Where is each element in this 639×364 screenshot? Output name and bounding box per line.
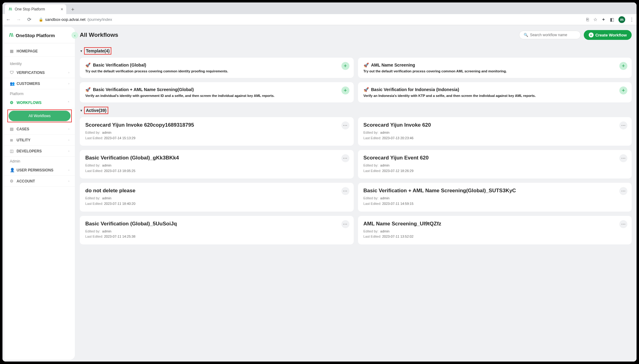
workflow-title: Basic Verification (Global)_5UuSoiJq — [85, 221, 348, 227]
chevron-right-icon: › — [68, 82, 69, 85]
workflow-title: Basic Verification + AML Name Screening(… — [364, 188, 626, 194]
workflow-more-button[interactable]: ⋯ — [341, 187, 349, 195]
workflow-card[interactable]: do not delete please Edited by: admin La… — [80, 183, 354, 211]
add-template-button[interactable]: + — [619, 86, 627, 94]
template-card[interactable]: 🚀 Basic Verification (Global) Try out th… — [80, 58, 354, 78]
chevron-right-icon: › — [68, 127, 69, 131]
sidebar: /\\ OneStop Platform ‹ ▦ HOMEPAGE Identi… — [4, 27, 75, 360]
tab-favicon-icon: /\\ — [8, 7, 13, 12]
workflow-card[interactable]: AML Name Screening_UI9tQZfz Edited by: a… — [358, 216, 632, 244]
workflow-more-button[interactable]: ⋯ — [341, 220, 349, 228]
browser-tab-strip: /\\ One Stop Platform × + — [2, 2, 637, 14]
reload-icon[interactable]: ⟳ — [26, 17, 33, 22]
new-tab-button[interactable]: + — [69, 5, 77, 14]
list-icon: ▤ — [10, 127, 14, 131]
workflow-more-button[interactable]: ⋯ — [619, 121, 627, 129]
sidepanel-icon[interactable]: ◧ — [610, 17, 614, 22]
tab-title: One Stop Platform — [15, 7, 59, 11]
profile-avatar[interactable]: m — [618, 16, 625, 23]
workflow-last-edited: Last Edited: 2023-07-11 18:40:20 — [85, 201, 348, 207]
nav-workflows[interactable]: ⚙ WORKFLOWS ˄ — [4, 97, 75, 108]
workflow-card[interactable]: Scorecard Yijun Invoke 620copy1689318795… — [80, 117, 354, 146]
search-box[interactable]: 🔍 — [519, 31, 581, 39]
nav-verifications[interactable]: 🛡 VERIFICATIONS › — [4, 67, 75, 78]
workflow-edited-by: Edited by: admin — [364, 163, 626, 168]
url-path: /journey/index — [87, 17, 112, 22]
workflow-card[interactable]: Basic Verification (Global)_gKk3BKk4 Edi… — [80, 150, 354, 178]
plus-icon: + — [589, 33, 594, 37]
search-input[interactable] — [530, 33, 576, 37]
shield-icon: 🛡 — [10, 70, 14, 75]
nav-account[interactable]: ⚙ ACCOUNT › — [4, 176, 75, 187]
forward-icon[interactable]: → — [15, 17, 22, 22]
nav-all-workflows[interactable]: All Workflows — [9, 111, 71, 121]
template-description: Try out the default verification process… — [85, 69, 348, 73]
star-icon[interactable]: ☆ — [593, 17, 597, 22]
template-title: AML Name Screening — [371, 63, 415, 67]
back-icon[interactable]: ← — [5, 17, 12, 22]
workflow-title: Scorecard Yijun Invoke 620copy1689318795 — [85, 122, 348, 128]
add-template-button[interactable]: + — [341, 62, 349, 70]
lines-icon: ≣ — [10, 138, 14, 142]
rocket-icon: 🚀 — [85, 63, 90, 67]
workflow-card[interactable]: Scorecard Yijun Invoke 620 Edited by: ad… — [358, 117, 632, 146]
workflow-card[interactable]: Basic Verification (Global)_5UuSoiJq Edi… — [80, 216, 354, 244]
collapse-sidebar-button[interactable]: ‹ — [71, 32, 78, 39]
section-label-identity: Identity — [4, 59, 75, 67]
template-card[interactable]: 🚀 Basic Verification + AML Name Screenin… — [80, 82, 354, 102]
template-card[interactable]: 🚀 AML Name Screening Try out the default… — [358, 58, 632, 78]
nav-label: WORKFLOWS — [17, 101, 41, 105]
browser-tab[interactable]: /\\ One Stop Platform × — [5, 4, 66, 14]
workflow-more-button[interactable]: ⋯ — [341, 121, 349, 129]
workflow-edited-by: Edited by: admin — [85, 229, 348, 234]
close-icon[interactable]: × — [61, 7, 63, 12]
workflow-more-button[interactable]: ⋯ — [619, 154, 627, 162]
extensions-icon[interactable]: ✦ — [602, 17, 606, 22]
workflow-card[interactable]: Scorecard Yijun Event 620 Edited by: adm… — [358, 150, 632, 178]
workflow-last-edited: Last Edited: 2023-07-12 18:26:29 — [364, 168, 626, 174]
workflow-edited-by: Edited by: admin — [85, 130, 348, 136]
rocket-icon: 🚀 — [85, 87, 90, 92]
workflow-card[interactable]: Basic Verification + AML Name Screening(… — [358, 183, 632, 211]
nav-homepage[interactable]: ▦ HOMEPAGE — [4, 46, 75, 57]
nav-utility[interactable]: ≣ UTILITY › — [4, 135, 75, 146]
nav-customers[interactable]: 👥 CUSTOMERS › — [4, 78, 75, 89]
workflow-title: Basic Verification (Global)_gKk3BKk4 — [85, 155, 348, 161]
search-icon: 🔍 — [524, 33, 528, 37]
section-label-admin: Admin — [4, 157, 75, 165]
workflow-edited-by: Edited by: admin — [85, 196, 348, 201]
nav-label: USER PERMISSIONS — [17, 168, 53, 172]
workflow-last-edited: Last Edited: 2023-07-11 13:52:02 — [364, 234, 626, 239]
gear-icon: ⚙ — [10, 179, 14, 183]
active-section-header[interactable]: ▼ Active(39) — [80, 107, 632, 114]
workflow-edited-by: Edited by: admin — [364, 229, 626, 234]
template-title: Basic Verification for Indonesia (Indone… — [371, 87, 459, 92]
template-card[interactable]: 🚀 Basic Verification for Indonesia (Indo… — [358, 82, 632, 102]
template-description: Verify an Indonesia's identity with KTP … — [364, 94, 626, 98]
nav-developers[interactable]: ◫ DEVELOPERS › — [4, 146, 75, 157]
main-content: All Workflows 🔍 + Create Workflow ▼ Temp… — [75, 25, 637, 362]
workflow-title: AML Name Screening_UI9tQZfz — [364, 221, 626, 227]
url-bar[interactable]: 🔒 sandbox-oop.advai.net/journey/index — [36, 17, 583, 22]
workflow-title: Scorecard Yijun Event 620 — [364, 155, 626, 161]
create-workflow-button[interactable]: + Create Workflow — [584, 30, 632, 40]
nav-cases[interactable]: ▤ CASES › — [4, 124, 75, 135]
install-icon[interactable]: ⎘ — [586, 17, 589, 22]
workflow-more-button[interactable]: ⋯ — [341, 154, 349, 162]
template-section-header[interactable]: ▼ Template(4) — [80, 47, 632, 55]
url-domain: sandbox-oop.advai.net — [45, 17, 86, 22]
nav-label: HOMEPAGE — [17, 49, 38, 53]
add-template-button[interactable]: + — [619, 62, 627, 70]
menu-icon[interactable]: ⋮ — [629, 17, 634, 22]
nav-label: CUSTOMERS — [17, 82, 40, 86]
workflow-edited-by: Edited by: admin — [364, 196, 626, 201]
rocket-icon: 🚀 — [364, 63, 369, 67]
chevron-right-icon: › — [68, 149, 69, 153]
workflow-more-button[interactable]: ⋯ — [619, 187, 627, 195]
add-template-button[interactable]: + — [341, 86, 349, 94]
template-header-label: Template(4) — [84, 47, 112, 55]
active-header-label: Active(39) — [84, 107, 108, 114]
nav-user-permissions[interactable]: 👤 USER PERMISSIONS › — [4, 165, 75, 176]
workflow-more-button[interactable]: ⋯ — [619, 220, 627, 228]
template-description: Verify an individual's identity with gov… — [85, 94, 348, 98]
